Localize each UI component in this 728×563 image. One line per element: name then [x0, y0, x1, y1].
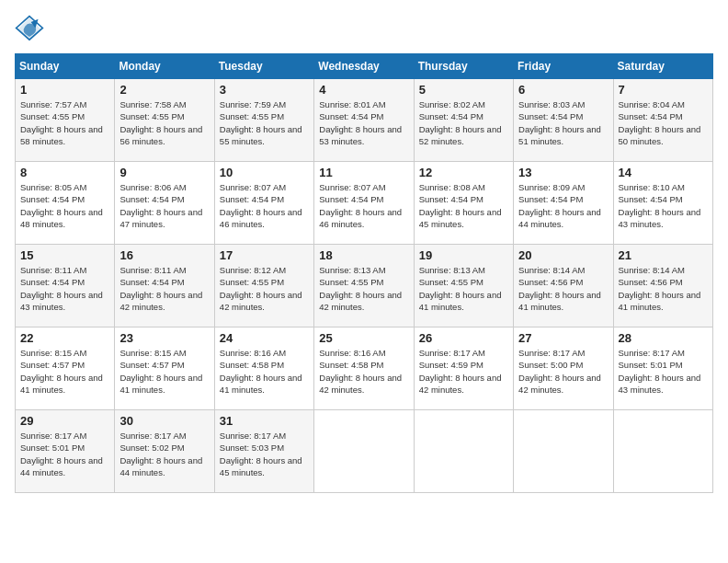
calendar-day-cell: 3 Sunrise: 7:59 AMSunset: 4:55 PMDayligh… — [214, 79, 313, 162]
calendar-day-cell: 1 Sunrise: 7:57 AMSunset: 4:55 PMDayligh… — [16, 79, 115, 162]
calendar-day-cell: 20 Sunrise: 8:14 AMSunset: 4:56 PMDaylig… — [514, 245, 613, 327]
cell-details: Sunrise: 8:17 AMSunset: 5:03 PMDaylight:… — [220, 431, 302, 477]
calendar-day-cell: 13 Sunrise: 8:09 AMSunset: 4:54 PMDaylig… — [514, 162, 613, 245]
day-number: 27 — [518, 331, 608, 345]
cell-details: Sunrise: 8:15 AMSunset: 4:57 PMDaylight:… — [119, 348, 202, 395]
cell-details: Sunrise: 8:17 AMSunset: 5:02 PMDaylight:… — [119, 431, 202, 477]
calendar-day-cell: 9 Sunrise: 8:06 AMSunset: 4:54 PMDayligh… — [115, 162, 214, 245]
day-number: 7 — [619, 83, 708, 97]
cell-details: Sunrise: 8:01 AMSunset: 4:54 PMDaylight:… — [319, 99, 402, 146]
day-number: 15 — [20, 248, 109, 262]
day-number: 5 — [419, 83, 508, 97]
day-number: 1 — [20, 83, 109, 97]
calendar-day-cell: 14 Sunrise: 8:10 AMSunset: 4:54 PMDaylig… — [613, 162, 712, 245]
calendar-day-cell: 10 Sunrise: 8:07 AMSunset: 4:54 PMDaylig… — [214, 162, 313, 245]
calendar-day-cell: 15 Sunrise: 8:11 AMSunset: 4:54 PMDaylig… — [16, 245, 115, 327]
day-number: 23 — [119, 331, 209, 345]
day-number: 2 — [119, 83, 209, 97]
cell-details: Sunrise: 8:08 AMSunset: 4:54 PMDaylight:… — [419, 182, 502, 229]
calendar-day-header: Thursday — [414, 54, 513, 79]
day-number: 8 — [20, 166, 109, 179]
cell-details: Sunrise: 7:58 AMSunset: 4:55 PMDaylight:… — [119, 99, 202, 146]
day-number: 21 — [619, 248, 708, 262]
calendar-header-row: SundayMondayTuesdayWednesdayThursdayFrid… — [16, 54, 713, 79]
cell-details: Sunrise: 7:57 AMSunset: 4:55 PMDaylight:… — [20, 99, 103, 146]
calendar-day-cell: 30 Sunrise: 8:17 AMSunset: 5:02 PMDaylig… — [115, 410, 214, 493]
cell-details: Sunrise: 8:03 AMSunset: 4:54 PMDaylight:… — [518, 99, 601, 146]
cell-details: Sunrise: 8:13 AMSunset: 4:55 PMDaylight:… — [419, 265, 502, 312]
cell-details: Sunrise: 8:17 AMSunset: 5:01 PMDaylight:… — [619, 348, 701, 395]
calendar-day-header: Monday — [115, 54, 214, 79]
calendar-day-cell: 8 Sunrise: 8:05 AMSunset: 4:54 PMDayligh… — [16, 162, 115, 245]
day-number: 29 — [20, 414, 109, 428]
calendar-day-cell: 24 Sunrise: 8:16 AMSunset: 4:58 PMDaylig… — [214, 327, 313, 410]
logo — [15, 15, 48, 44]
calendar-day-cell: 26 Sunrise: 8:17 AMSunset: 4:59 PMDaylig… — [414, 327, 513, 410]
cell-details: Sunrise: 8:16 AMSunset: 4:58 PMDaylight:… — [220, 348, 302, 395]
cell-details: Sunrise: 8:07 AMSunset: 4:54 PMDaylight:… — [220, 182, 302, 229]
calendar-day-header: Sunday — [16, 54, 115, 79]
cell-details: Sunrise: 8:17 AMSunset: 5:01 PMDaylight:… — [20, 431, 103, 477]
calendar-day-header: Saturday — [613, 54, 712, 79]
calendar-day-cell: 28 Sunrise: 8:17 AMSunset: 5:01 PMDaylig… — [613, 327, 712, 410]
day-number: 12 — [419, 166, 508, 179]
calendar-day-cell: 4 Sunrise: 8:01 AMSunset: 4:54 PMDayligh… — [314, 79, 414, 162]
calendar-week-row: 8 Sunrise: 8:05 AMSunset: 4:54 PMDayligh… — [16, 162, 713, 245]
day-number: 3 — [220, 83, 309, 97]
cell-details: Sunrise: 8:06 AMSunset: 4:54 PMDaylight:… — [119, 182, 202, 229]
calendar-day-cell: 22 Sunrise: 8:15 AMSunset: 4:57 PMDaylig… — [16, 327, 115, 410]
cell-details: Sunrise: 8:17 AMSunset: 5:00 PMDaylight:… — [518, 348, 601, 395]
cell-details: Sunrise: 8:17 AMSunset: 4:59 PMDaylight:… — [419, 348, 502, 395]
cell-details: Sunrise: 8:02 AMSunset: 4:54 PMDaylight:… — [419, 99, 502, 146]
calendar-day-cell: 5 Sunrise: 8:02 AMSunset: 4:54 PMDayligh… — [414, 79, 513, 162]
calendar-day-cell: 11 Sunrise: 8:07 AMSunset: 4:54 PMDaylig… — [314, 162, 414, 245]
day-number: 11 — [319, 166, 408, 179]
logo-icon — [15, 15, 44, 44]
cell-details: Sunrise: 8:05 AMSunset: 4:54 PMDaylight:… — [20, 182, 103, 229]
calendar-day-cell: 2 Sunrise: 7:58 AMSunset: 4:55 PMDayligh… — [115, 79, 214, 162]
day-number: 30 — [119, 414, 209, 428]
calendar-week-row: 22 Sunrise: 8:15 AMSunset: 4:57 PMDaylig… — [16, 327, 713, 410]
day-number: 25 — [319, 331, 408, 345]
calendar-day-header: Tuesday — [214, 54, 313, 79]
calendar-day-cell: 7 Sunrise: 8:04 AMSunset: 4:54 PMDayligh… — [613, 79, 712, 162]
day-number: 13 — [518, 166, 608, 179]
calendar-day-cell — [514, 410, 613, 493]
calendar-day-cell: 29 Sunrise: 8:17 AMSunset: 5:01 PMDaylig… — [16, 410, 115, 493]
day-number: 16 — [119, 248, 209, 262]
calendar-day-cell: 16 Sunrise: 8:11 AMSunset: 4:54 PMDaylig… — [115, 245, 214, 327]
cell-details: Sunrise: 7:59 AMSunset: 4:55 PMDaylight:… — [220, 99, 302, 146]
day-number: 9 — [119, 166, 209, 179]
calendar-table: SundayMondayTuesdayWednesdayThursdayFrid… — [15, 53, 713, 493]
day-number: 22 — [20, 331, 109, 345]
calendar-day-header: Wednesday — [314, 54, 414, 79]
calendar-day-cell: 6 Sunrise: 8:03 AMSunset: 4:54 PMDayligh… — [514, 79, 613, 162]
calendar-day-cell: 12 Sunrise: 8:08 AMSunset: 4:54 PMDaylig… — [414, 162, 513, 245]
day-number: 19 — [419, 248, 508, 262]
calendar-day-cell — [613, 410, 712, 493]
cell-details: Sunrise: 8:11 AMSunset: 4:54 PMDaylight:… — [20, 265, 103, 312]
cell-details: Sunrise: 8:04 AMSunset: 4:54 PMDaylight:… — [619, 99, 701, 146]
day-number: 26 — [419, 331, 508, 345]
day-number: 28 — [619, 331, 708, 345]
day-number: 4 — [319, 83, 408, 97]
day-number: 20 — [518, 248, 608, 262]
day-number: 24 — [220, 331, 309, 345]
calendar-day-cell: 23 Sunrise: 8:15 AMSunset: 4:57 PMDaylig… — [115, 327, 214, 410]
cell-details: Sunrise: 8:14 AMSunset: 4:56 PMDaylight:… — [518, 265, 601, 312]
cell-details: Sunrise: 8:13 AMSunset: 4:55 PMDaylight:… — [319, 265, 402, 312]
calendar-day-cell — [314, 410, 414, 493]
cell-details: Sunrise: 8:11 AMSunset: 4:54 PMDaylight:… — [119, 265, 202, 312]
calendar-day-cell: 18 Sunrise: 8:13 AMSunset: 4:55 PMDaylig… — [314, 245, 414, 327]
cell-details: Sunrise: 8:10 AMSunset: 4:54 PMDaylight:… — [619, 182, 701, 229]
calendar-day-cell: 25 Sunrise: 8:16 AMSunset: 4:58 PMDaylig… — [314, 327, 414, 410]
cell-details: Sunrise: 8:12 AMSunset: 4:55 PMDaylight:… — [220, 265, 302, 312]
calendar-day-cell: 31 Sunrise: 8:17 AMSunset: 5:03 PMDaylig… — [214, 410, 313, 493]
day-number: 6 — [518, 83, 608, 97]
day-number: 17 — [220, 248, 309, 262]
day-number: 18 — [319, 248, 408, 262]
cell-details: Sunrise: 8:15 AMSunset: 4:57 PMDaylight:… — [20, 348, 103, 395]
cell-details: Sunrise: 8:16 AMSunset: 4:58 PMDaylight:… — [319, 348, 402, 395]
day-number: 14 — [619, 166, 708, 179]
calendar-day-header: Friday — [514, 54, 613, 79]
